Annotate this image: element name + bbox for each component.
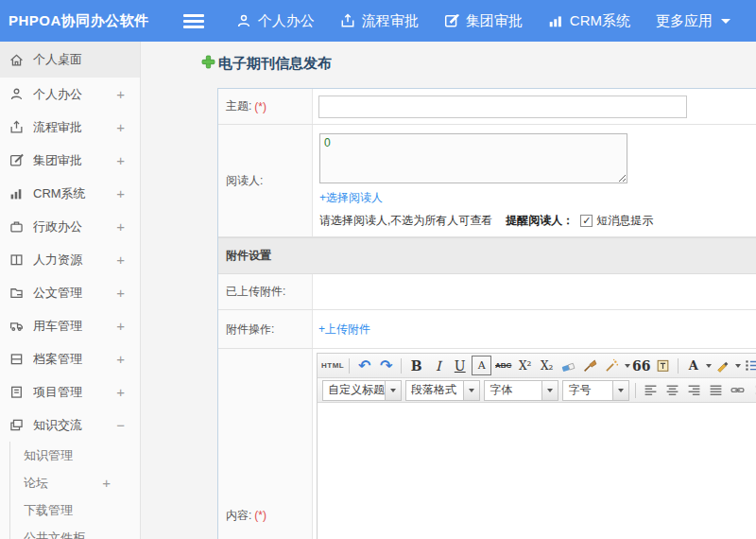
align-justify-icon[interactable] (706, 380, 726, 400)
sidebar-subitem-public-file-cabinet[interactable]: 公共文件柜 (9, 524, 140, 539)
sidebar-subitem-download-mgmt[interactable]: 下载管理 (9, 496, 140, 524)
align-left-icon[interactable] (641, 380, 661, 400)
chevron-down-icon (541, 381, 558, 400)
nav-personal-office[interactable]: 个人办公 (236, 12, 315, 30)
bold-button[interactable]: B (406, 356, 426, 375)
readers-row: 阅读人: 0 +选择阅读人 请选择阅读人,不选为所有人可查看 提醒阅读人： ✓ … (218, 125, 756, 237)
highlighter-caret-icon[interactable] (735, 364, 741, 368)
home-icon (9, 52, 25, 67)
format-brush-icon[interactable] (580, 356, 600, 375)
font-color-button[interactable]: A (683, 356, 703, 375)
readers-note: 请选择阅读人,不选为所有人可查看 提醒阅读人： ✓ 短消息提示 (319, 213, 653, 229)
sidebar-item-archive-mgmt[interactable]: 档案管理 + (0, 342, 140, 375)
highlighter-icon[interactable] (713, 356, 732, 375)
sidebar-item-admin-office[interactable]: 行政办公 + (0, 210, 140, 243)
subject-row: 主题: (*) (218, 89, 756, 125)
user-icon (9, 87, 25, 102)
car-icon (9, 319, 25, 334)
content-label: 内容: (*) (218, 349, 313, 539)
sidebar-item-knowledge-exchange[interactable]: 知识交流 − (0, 409, 140, 442)
italic-button[interactable]: I (428, 356, 448, 375)
editor-toolbar-row2: 自定义标题 段落格式 字体 (318, 378, 756, 403)
sidebar-item-document-mgmt[interactable]: 公文管理 + (0, 276, 140, 309)
undo-icon[interactable]: ↶ (354, 356, 374, 375)
sidebar-item-personal-desktop[interactable]: 个人桌面 (0, 42, 140, 78)
align-center-icon[interactable] (662, 380, 682, 400)
sidebar-subitem-forum[interactable]: 论坛 + (9, 469, 140, 496)
user-icon (236, 13, 251, 28)
sidebar-item-workflow-approval[interactable]: 流程审批 + (0, 111, 140, 144)
main-content: 电子期刊信息发布 主题: (*) 阅读人: 0 +选择阅 (141, 42, 756, 539)
bar-chart-icon (9, 186, 25, 201)
sidebar-item-project-mgmt[interactable]: 项目管理 + (0, 375, 140, 409)
attachment-section-header: 附件设置 (218, 237, 756, 274)
attachment-action-row: 附件操作: +上传附件 (218, 310, 756, 349)
sidebar-item-crm[interactable]: CRM系统 + (0, 177, 140, 210)
link-icon[interactable] (728, 380, 747, 400)
edit-icon (9, 153, 25, 168)
underline-button[interactable]: U (450, 356, 470, 375)
magic-wand-icon[interactable] (602, 356, 622, 375)
sidebar-item-vehicle-mgmt[interactable]: 用车管理 + (0, 309, 140, 342)
chevron-down-icon (612, 381, 628, 400)
subject-input[interactable] (318, 96, 687, 118)
folder-icon (9, 286, 25, 301)
uploaded-attachments-row: 已上传附件: (218, 274, 756, 310)
unlink-icon[interactable] (749, 380, 756, 400)
blockquote-button[interactable]: 66 (631, 356, 651, 375)
superscript-button[interactable]: X² (515, 356, 535, 375)
nav-crm-system[interactable]: CRM系统 (548, 12, 630, 30)
chevron-down-icon (463, 381, 479, 400)
attachment-action-label: 附件操作: (218, 310, 313, 348)
sidebar-item-personal-office[interactable]: 个人办公 + (0, 78, 140, 111)
font-size-select[interactable]: 字号 (562, 380, 629, 401)
sms-remind-checkbox[interactable]: ✓ (580, 215, 593, 227)
align-right-icon[interactable] (684, 380, 704, 400)
paragraph-format-select[interactable]: 段落格式 (405, 380, 480, 401)
edit-icon (444, 13, 459, 28)
caret-down-icon (721, 19, 730, 24)
editor-toolbar-row1: HTML ↶ ↷ B I U A ABC X² X₂ (318, 354, 756, 378)
custom-title-select[interactable]: 自定义标题 (322, 380, 402, 401)
sidebar-subitem-knowledge-mgmt[interactable]: 知识管理 (9, 442, 140, 469)
upload-attachment-link[interactable]: +上传附件 (318, 322, 370, 338)
nav-more-apps[interactable]: 更多应用 (656, 12, 730, 30)
html-source-button[interactable]: HTML (321, 356, 344, 375)
sidebar-item-hr[interactable]: 人力资源 + (0, 243, 140, 276)
rich-text-editor: HTML ↶ ↷ B I U A ABC X² X₂ (317, 353, 756, 539)
bar-chart-icon (548, 13, 563, 28)
hamburger-menu-icon[interactable] (183, 14, 204, 28)
readers-field[interactable]: 0 (319, 133, 627, 183)
uploaded-attachments-value (313, 274, 756, 309)
font-family-select[interactable]: 字体 (484, 380, 558, 401)
editor-content-area[interactable] (318, 403, 756, 539)
nav-workflow-approval[interactable]: 流程审批 (340, 12, 419, 30)
strikethrough-button[interactable]: ABC (493, 356, 513, 375)
magic-wand-caret-icon[interactable] (625, 364, 630, 368)
publish-form: 主题: (*) 阅读人: 0 +选择阅读人 请选择阅读人,不选为所有人可查看 (217, 88, 756, 539)
remind-readers-label: 提醒阅读人： (506, 213, 574, 229)
subject-label: 主题: (*) (218, 89, 313, 124)
top-bar: PHPOA协同办公软件 个人办公 流程审批 集团审批 CRM系统 更多应用 (0, 0, 756, 42)
add-plus-icon (201, 55, 215, 73)
ordered-list-icon[interactable] (742, 356, 756, 375)
font-color-caret-icon[interactable] (706, 364, 712, 368)
page-title: 电子期刊信息发布 (201, 55, 756, 73)
chevron-down-icon (385, 381, 401, 400)
nav-group-approval[interactable]: 集团审批 (444, 12, 523, 30)
sidebar-item-group-approval[interactable]: 集团审批 + (0, 144, 140, 177)
select-readers-link[interactable]: +选择阅读人 (319, 190, 383, 206)
eraser-icon[interactable] (558, 356, 578, 375)
font-border-button[interactable]: A (472, 356, 491, 375)
readers-label: 阅读人: (218, 125, 313, 236)
content-row: 内容: (*) HTML ↶ ↷ B I (218, 349, 756, 539)
app-logo: PHPOA协同办公软件 (0, 12, 183, 30)
required-mark: (*) (254, 509, 266, 522)
workflow-icon (340, 13, 355, 28)
book-icon (9, 252, 25, 268)
subscript-button[interactable]: X₂ (537, 356, 557, 375)
sidebar: 个人桌面 个人办公 + 流程审批 + 集团审批 + CRM系统 + 行政办公 + (0, 42, 141, 539)
redo-icon[interactable]: ↷ (376, 356, 396, 375)
workflow-icon (9, 120, 25, 135)
paste-text-icon[interactable] (653, 356, 673, 375)
